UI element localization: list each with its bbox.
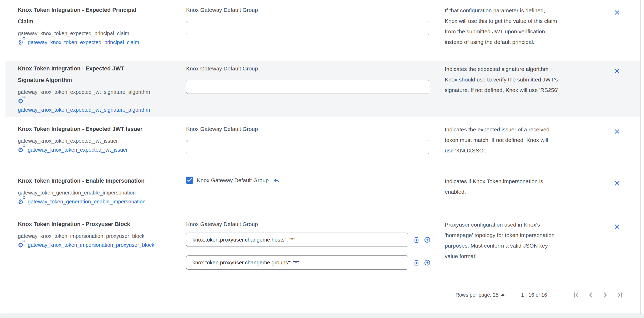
config-template-line: ⚙⚙ gateway_knox_token_impersonation_prox… (18, 240, 186, 249)
config-template-link[interactable]: gateway_knox_token_expected_jwt_signatur… (18, 107, 150, 113)
remove-value-button[interactable] (614, 68, 621, 75)
gears-icon: ⚙⚙ (18, 197, 26, 204)
config-table: Knox Token Integration - Expected Princi… (5, 0, 640, 314)
delete-entry-button[interactable] (413, 259, 420, 266)
config-description-cell: Indicates if Knox Token impersonation is… (445, 175, 610, 217)
config-description: Indicates if Knox Token impersonation is… (445, 176, 592, 197)
config-description: Indicates the expected issuer of a recei… (445, 124, 592, 156)
remove-value-button[interactable] (614, 9, 621, 16)
config-value-cell: Knox Gateway Default Group (186, 4, 445, 61)
config-value-cell: Knox Gateway Default Group (186, 218, 445, 280)
previous-page-button[interactable] (587, 291, 595, 299)
config-display-name: Knox Token Integration - Expected JWT Si… (18, 63, 176, 86)
last-page-icon (616, 291, 624, 299)
config-row: Knox Token Integration - Enable Imperson… (5, 173, 640, 217)
gears-icon: ⚙⚙ (18, 97, 26, 104)
row-actions-cell (610, 4, 640, 61)
plus-circle-icon (424, 236, 431, 243)
config-template-line: ⚙⚙ gateway_token_generation_enable_imper… (18, 197, 186, 206)
role-group-label: Knox Gateway Default Group (186, 123, 445, 135)
config-name-cell: Knox Token Integration - Expected Princi… (18, 4, 186, 61)
config-row: Knox Token Integration - Expected Princi… (5, 0, 640, 61)
rows-per-page-select[interactable]: Rows per page: 25 (456, 292, 505, 298)
next-page-button[interactable] (601, 291, 609, 299)
reset-to-default-button[interactable] (273, 177, 280, 184)
config-value-input[interactable] (186, 80, 429, 94)
config-display-name: Knox Token Integration - Expected Princi… (18, 4, 176, 27)
list-value-line (186, 247, 445, 270)
config-api-name: gateway_knox_token_impersonation_proxyus… (18, 232, 186, 240)
card-right-border (640, 0, 641, 314)
config-template-link[interactable]: gateway_knox_token_impersonation_proxyus… (28, 242, 154, 248)
config-api-name: gateway_knox_token_expected_jwt_signatur… (18, 88, 186, 96)
config-description: Proxyuser configuration used in Knox's '… (445, 219, 592, 261)
trash-icon (413, 259, 420, 266)
remove-value-button[interactable] (614, 128, 621, 135)
page-background-strip (0, 314, 644, 318)
plus-circle-icon (424, 259, 431, 266)
config-description-cell: Proxyuser configuration used in Knox's '… (445, 218, 610, 280)
config-description-cell: If that configuration parameter is defin… (445, 4, 610, 61)
last-page-button[interactable] (616, 291, 624, 299)
rows-per-page-label: Rows per page: 25 (456, 292, 499, 298)
config-value-input[interactable] (186, 140, 429, 154)
checkbox-line: Knox Gateway Default Group (186, 177, 445, 184)
config-template-link[interactable]: gateway_knox_token_expected_principal_cl… (28, 39, 139, 45)
config-value-input[interactable] (186, 233, 408, 247)
config-display-name: Knox Token Integration - Proxyuser Block (18, 218, 176, 230)
chevron-left-icon (587, 291, 595, 299)
rows-per-page-value: 25 (493, 292, 499, 298)
config-template-line: ⚙⚙ gateway_knox_token_expected_jwt_issue… (18, 145, 186, 154)
config-template-line: ⚙⚙ gateway_knox_token_expected_jwt_signa… (18, 96, 186, 114)
row-actions-cell (610, 123, 640, 173)
config-value-cell: Knox Gateway Default Group (186, 63, 445, 117)
config-template-link[interactable]: gateway_token_generation_enable_imperson… (28, 199, 146, 204)
value-line-actions (413, 259, 431, 266)
role-group-label: Knox Gateway Default Group (197, 177, 269, 184)
gears-icon: ⚙⚙ (18, 241, 26, 248)
config-description: Indicates the expected signature algorit… (445, 64, 592, 95)
config-name-cell: Knox Token Integration - Proxyuser Block… (18, 218, 186, 280)
pagination-range: 1 - 16 of 16 (521, 292, 547, 298)
config-description-cell: Indicates the expected issuer of a recei… (445, 123, 610, 173)
config-api-name: gateway_token_generation_enable_imperson… (18, 188, 186, 197)
config-display-name: Knox Token Integration - Enable Imperson… (18, 175, 176, 187)
trash-icon (413, 236, 420, 243)
pagination-nav (572, 291, 624, 299)
config-row: Knox Token Integration - Expected JWT Is… (5, 117, 640, 173)
triangle-up-icon (501, 294, 505, 296)
config-row: Knox Token Integration - Proxyuser Block… (5, 217, 640, 280)
gears-icon: ⚙⚙ (18, 146, 26, 152)
remove-value-button[interactable] (614, 223, 621, 230)
config-description: If that configuration parameter is defin… (445, 5, 592, 47)
remove-value-button[interactable] (614, 180, 621, 187)
delete-entry-button[interactable] (413, 236, 420, 243)
config-display-name: Knox Token Integration - Expected JWT Is… (18, 123, 176, 135)
chevron-right-icon (601, 291, 609, 299)
close-icon (614, 180, 621, 187)
first-page-icon (572, 291, 580, 299)
pagination-bar: Rows per page: 25 1 - 16 of 16 (5, 280, 640, 314)
config-template-link[interactable]: gateway_knox_token_expected_jwt_issuer (28, 147, 128, 153)
add-entry-button[interactable] (424, 259, 431, 266)
row-actions-cell (610, 175, 640, 217)
config-checkbox[interactable] (186, 177, 193, 184)
config-description-cell: Indicates the expected signature algorit… (445, 63, 610, 117)
config-value-input[interactable] (186, 21, 429, 35)
row-actions-cell (610, 63, 640, 117)
close-icon (614, 68, 621, 75)
first-page-button[interactable] (572, 291, 580, 299)
role-group-label: Knox Gateway Default Group (186, 4, 445, 16)
add-entry-button[interactable] (424, 236, 431, 243)
config-name-cell: Knox Token Integration - Expected JWT Is… (18, 123, 186, 173)
close-icon (614, 9, 621, 16)
role-group-label: Knox Gateway Default Group (186, 63, 445, 74)
list-value-line (186, 230, 445, 247)
config-value-cell: Knox Gateway Default Group (186, 123, 445, 173)
config-row: Knox Token Integration - Expected JWT Si… (5, 61, 640, 117)
config-api-name: gateway_knox_token_expected_principal_cl… (18, 29, 186, 38)
config-value-input[interactable] (186, 255, 408, 270)
gears-icon: ⚙⚙ (18, 38, 26, 45)
role-group-label: Knox Gateway Default Group (186, 218, 445, 230)
config-template-line: ⚙⚙ gateway_knox_token_expected_principal… (18, 38, 186, 47)
